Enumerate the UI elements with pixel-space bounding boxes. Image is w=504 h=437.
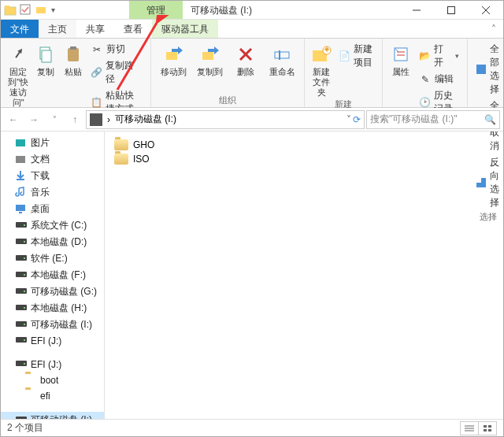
copy-path-button[interactable]: 🔗复制路径 [87, 58, 146, 87]
copy-to-label: 复制到 [197, 67, 223, 77]
copy-to-button[interactable]: 复制到 [192, 40, 227, 77]
tree-item[interactable]: 本地磁盘 (F:) [1, 267, 104, 283]
open-button[interactable]: 📂打开▾ [416, 42, 462, 70]
copy-to-icon [198, 43, 220, 65]
select-all-button[interactable]: 全部选择 [472, 42, 504, 97]
new-folder-label: 新建 文件夹 [309, 67, 334, 98]
tree-item[interactable]: 桌面 [1, 201, 104, 217]
tree-item[interactable]: 文档 [1, 151, 104, 168]
tree-item[interactable]: 可移动磁盘 (G:) [1, 283, 104, 300]
tree-item[interactable]: boot [1, 372, 104, 388]
refresh-icon[interactable]: ⟳ [353, 114, 361, 125]
tab-drive-tools[interactable]: 驱动器工具 [152, 20, 218, 38]
pin-quick-access-button[interactable]: 固定到"快 速访问" [6, 40, 32, 108]
tree-item[interactable]: 系统文件 (C:) [1, 217, 104, 234]
breadcrumb-current[interactable]: 可移动磁盘 (I:) [115, 113, 176, 126]
tree-item[interactable]: efi [1, 388, 104, 404]
svg-rect-9 [42, 50, 51, 62]
forward-button[interactable]: → [24, 110, 43, 129]
tree-item[interactable]: EFI (J:) [1, 333, 104, 349]
new-folder-icon: ✦ [310, 43, 332, 65]
navigation-tree[interactable]: 图片文档下载音乐桌面系统文件 (C:)本地磁盘 (D:)软件 (E:)本地磁盘 … [1, 131, 105, 419]
shortcut-icon: 📋 [91, 96, 102, 109]
delete-icon [235, 43, 257, 65]
file-list[interactable]: GHOISO [105, 131, 503, 419]
recent-locations-button[interactable]: ˅ [45, 110, 64, 129]
ribbon: 固定到"快 速访问" 复制 粘贴 ✂剪切 🔗复制路径 📋粘贴快捷方式 剪贴板 移… [1, 39, 503, 108]
delete-button[interactable]: 删除 [228, 40, 263, 77]
tree-item[interactable]: 音乐 [1, 184, 104, 201]
properties-button[interactable]: 属性 [387, 40, 414, 77]
edit-button[interactable]: ✎编辑 [416, 72, 462, 87]
cut-button[interactable]: ✂剪切 [87, 42, 146, 57]
edit-icon: ✎ [419, 73, 432, 86]
navigation-bar: ← → ˅ ↑ › 可移动磁盘 (I:) ˅ ⟳ 搜索"可移动磁盘 (I:)" … [1, 108, 503, 131]
maximize-button[interactable] [434, 1, 469, 19]
tree-item-label: 可移动磁盘 (G:) [31, 285, 97, 298]
svg-point-48 [24, 363, 25, 365]
rename-label: 重命名 [269, 67, 295, 77]
checkbox-icon[interactable] [20, 4, 32, 17]
icons-view-button[interactable] [478, 421, 497, 435]
tree-item[interactable]: 下载 [1, 168, 104, 184]
pin-label: 固定到"快 速访问" [6, 67, 32, 108]
pictures-icon [15, 137, 28, 150]
move-icon [162, 43, 184, 65]
qat-dropdown-icon[interactable]: ▾ [51, 6, 55, 14]
svg-rect-30 [19, 212, 22, 213]
paste-button[interactable]: 粘贴 [60, 40, 86, 77]
tab-view[interactable]: 查看 [114, 20, 152, 38]
svg-point-32 [24, 224, 25, 226]
back-button[interactable]: ← [4, 110, 23, 129]
drive-icon [90, 113, 102, 126]
ribbon-expand-icon[interactable]: ˄ [484, 20, 503, 38]
close-button[interactable] [469, 1, 503, 19]
file-item[interactable]: GHO [111, 138, 497, 152]
search-icon[interactable]: 🔍 [484, 114, 496, 125]
tree-item[interactable]: 本地磁盘 (H:) [1, 300, 104, 317]
address-dropdown-icon[interactable]: ˅ [346, 114, 351, 125]
svg-rect-3 [36, 7, 46, 13]
drive-icon [15, 302, 28, 315]
svg-point-36 [24, 257, 25, 259]
tree-item-label: 桌面 [31, 202, 50, 216]
tab-home[interactable]: 主页 [39, 20, 76, 38]
tree-item[interactable]: EFI (J:) [1, 357, 104, 372]
ribbon-group-open: 属性 📂打开▾ ✎编辑 🕑历史记录 打开 [383, 39, 468, 107]
tree-item[interactable]: 软件 (E:) [1, 250, 104, 267]
svg-point-40 [24, 291, 25, 292]
minimize-button[interactable] [399, 1, 434, 19]
paste-label: 粘贴 [65, 67, 82, 77]
folder-icon-small[interactable] [35, 4, 48, 17]
select-all-icon [476, 63, 487, 76]
tab-share[interactable]: 共享 [76, 20, 114, 38]
move-to-button[interactable]: 移动到 [156, 40, 191, 77]
context-tab-header: 管理 [129, 1, 183, 19]
tree-item-label: 本地磁盘 (H:) [31, 302, 87, 315]
ribbon-group-new: ✦ 新建 文件夹 📄新建项目 新建 [305, 39, 383, 107]
tab-file[interactable]: 文件 [1, 20, 39, 38]
title-bar: ▾ 管理 可移动磁盘 (I:) [1, 1, 503, 20]
svg-rect-12 [166, 52, 177, 60]
svg-rect-31 [16, 222, 27, 228]
file-item[interactable]: ISO [111, 152, 497, 166]
ribbon-tabbar: 文件 主页 共享 查看 驱动器工具 ˄ [1, 20, 503, 39]
search-box[interactable]: 搜索"可移动磁盘 (I:)" 🔍 [366, 110, 500, 129]
up-button[interactable]: ↑ [65, 110, 84, 129]
details-view-button[interactable] [460, 421, 479, 435]
tree-item[interactable]: 可移动磁盘 (I:) [1, 317, 104, 333]
tree-item[interactable]: 可移动磁盘 (I:) [1, 412, 104, 419]
new-item-button[interactable]: 📄新建项目 [335, 42, 377, 70]
svg-rect-22 [476, 65, 486, 74]
rename-button[interactable]: 重命名 [265, 40, 299, 77]
svg-point-34 [24, 241, 25, 243]
svg-rect-0 [5, 7, 16, 15]
tree-item[interactable]: 本地磁盘 (D:) [1, 234, 104, 250]
svg-rect-37 [16, 272, 27, 277]
tree-item[interactable]: 图片 [1, 135, 104, 151]
svg-rect-45 [16, 337, 27, 343]
file-name: GHO [133, 139, 154, 150]
address-bar[interactable]: › 可移动磁盘 (I:) ˅ ⟳ [86, 110, 365, 129]
copy-button[interactable]: 复制 [33, 40, 59, 77]
new-folder-button[interactable]: ✦ 新建 文件夹 [309, 40, 334, 98]
